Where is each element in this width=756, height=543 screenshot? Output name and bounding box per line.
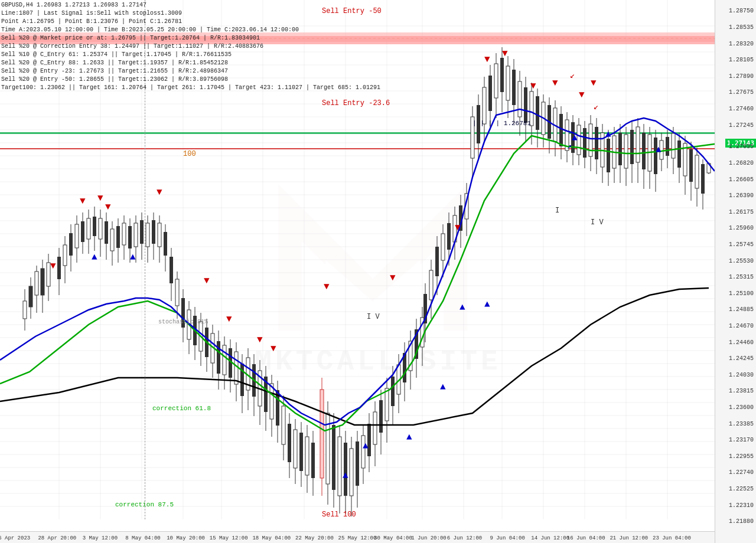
svg-rect-92	[134, 223, 138, 247]
svg-rect-104	[170, 257, 173, 283]
price-label-18: 1.25100	[729, 290, 754, 296]
level-100-label: 100	[183, 150, 196, 158]
price-label-26: 1.23385	[729, 420, 754, 427]
svg-text:▲: ▲	[460, 302, 465, 313]
svg-rect-258	[624, 135, 628, 168]
svg-text:▲: ▲	[440, 382, 446, 392]
svg-text:▼: ▼	[226, 314, 232, 325]
time-label-16: 21 Jun 12:00	[610, 535, 648, 541]
price-label-21: 1.24460	[729, 339, 754, 345]
time-label-12: 6 Jun 12:00	[447, 535, 482, 541]
price-label-28: 1.22955	[729, 453, 754, 459]
svg-text:▲: ▲	[130, 252, 136, 263]
svg-rect-144	[288, 424, 291, 462]
svg-rect-56	[23, 301, 27, 319]
stochastic-label: stochastic 81%	[158, 319, 208, 325]
price-label-6: 1.27675	[729, 89, 754, 96]
price-label-29: 1.22740	[729, 469, 754, 476]
svg-rect-246	[589, 124, 592, 156]
svg-rect-146	[294, 430, 297, 468]
svg-text:▼: ▼	[502, 48, 508, 59]
svg-text:▼: ▼	[484, 54, 490, 65]
svg-rect-172	[373, 412, 377, 444]
svg-rect-268	[654, 138, 657, 174]
svg-rect-80	[99, 218, 102, 239]
main-chart: ▼ ▼ ▼ ▼ ▼ ▼ ▼ ▼ ▼ ▼ ▼ ▼ ▼ ▼ ▼ ▼ ▼ ▼ ▲ ▲ …	[0, 0, 715, 531]
svg-rect-142	[282, 406, 285, 444]
svg-rect-74	[81, 221, 84, 242]
price-label-31: 1.22310	[729, 502, 754, 508]
svg-text:▼: ▼	[530, 81, 536, 91]
time-label-13: 9 Jun 04:00	[490, 535, 524, 541]
svg-text:↙: ↙	[594, 102, 598, 112]
svg-text:▲: ▲	[343, 470, 348, 481]
svg-text:▼: ▼	[552, 78, 558, 89]
svg-rect-262	[636, 127, 640, 162]
sell-entry-236-label: Sell Entry -23.6	[322, 99, 390, 107]
svg-rect-96	[146, 223, 149, 247]
iv-label-1: I V	[367, 313, 380, 321]
svg-rect-154	[320, 390, 324, 478]
svg-rect-138	[270, 384, 273, 419]
svg-text:▲: ▲	[406, 432, 412, 443]
svg-text:▲: ▲	[605, 129, 611, 140]
svg-rect-94	[140, 220, 144, 244]
price-label-20: 1.24670	[729, 323, 754, 329]
svg-rect-174	[379, 400, 383, 433]
price-label-24: 1.23815	[729, 388, 754, 394]
time-label-7: 18 May 04:00	[252, 535, 291, 541]
svg-rect-220	[512, 70, 516, 105]
svg-rect-160	[338, 437, 341, 496]
ma-green	[0, 136, 715, 431]
svg-text:▲: ▲	[572, 133, 578, 143]
price-label-25: 1.23600	[729, 404, 754, 411]
svg-rect-198	[447, 223, 451, 250]
svg-rect-162	[344, 443, 347, 496]
svg-rect-252	[607, 139, 610, 172]
time-label-14: 14 Jun 12:00	[531, 535, 569, 541]
svg-rect-242	[577, 125, 581, 155]
svg-rect-62	[41, 269, 44, 295]
svg-rect-210	[483, 87, 486, 124]
svg-rect-148	[299, 433, 303, 471]
svg-rect-90	[128, 226, 132, 248]
svg-rect-276	[677, 140, 681, 168]
svg-rect-192	[429, 270, 433, 300]
svg-text:▼: ▼	[455, 223, 461, 233]
price-label-17: 1.25315	[729, 274, 754, 280]
svg-rect-228	[536, 96, 539, 130]
price-label-30: 1.22525	[729, 486, 754, 492]
svg-rect-260	[630, 130, 634, 164]
svg-rect-102	[164, 232, 167, 256]
price-label-2: 1.28535	[729, 24, 754, 31]
time-label-5: 10 May 20:00	[167, 535, 205, 541]
svg-rect-194	[435, 247, 439, 276]
price-label-7: 1.27460	[729, 106, 754, 112]
vertical-ref-line	[145, 0, 145, 519]
time-axis: 6 Apr 2023 28 Apr 20:00 3 May 12:00 8 Ma…	[0, 531, 715, 543]
time-label-1: 6 Apr 2023	[0, 535, 30, 541]
svg-rect-178	[391, 377, 395, 406]
svg-text:▼: ▼	[80, 196, 86, 207]
level-1267-label: | | | | 1.26781	[472, 120, 531, 127]
price-label-19: 1.24885	[729, 306, 754, 313]
svg-rect-196	[441, 234, 445, 260]
svg-text:▼: ▼	[105, 202, 111, 212]
svg-text:▼: ▼	[50, 261, 56, 272]
svg-rect-236	[559, 114, 563, 146]
svg-rect-126	[234, 352, 238, 384]
svg-rect-224	[524, 87, 527, 123]
price-label-23: 1.24030	[729, 371, 754, 378]
svg-rect-82	[105, 221, 108, 244]
time-label-10: 30 May 04:00	[374, 535, 412, 541]
chart-container: GBPUSD,H4 1.26983 1.27213 1.26983 1.2714…	[0, 0, 756, 543]
svg-rect-66	[57, 257, 61, 279]
svg-rect-282	[695, 155, 699, 188]
svg-rect-98	[152, 220, 155, 244]
svg-rect-218	[506, 66, 510, 100]
price-axis: 1.28750 1.28535 1.28320 1.28105 1.27890 …	[715, 0, 756, 543]
price-label-3: 1.28320	[729, 40, 754, 47]
svg-rect-164	[350, 449, 353, 496]
time-label-6: 15 May 12:00	[210, 535, 248, 541]
svg-rect-70	[69, 233, 73, 256]
